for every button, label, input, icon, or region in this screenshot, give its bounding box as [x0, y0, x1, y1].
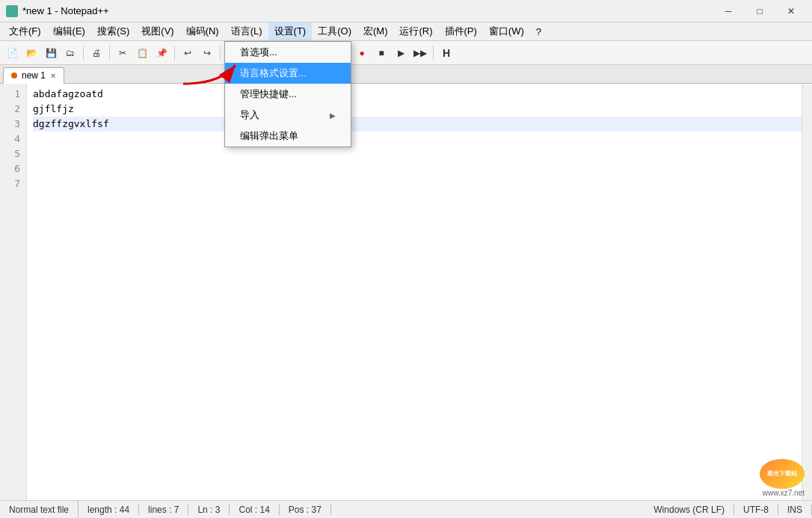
toolbar-sep4	[220, 46, 221, 61]
dropdown-item-label-style_config: 语言格式设置...	[240, 67, 307, 80]
line-numbers: 1234567	[0, 84, 27, 500]
menu-item-edit[interactable]: 编辑(E)	[47, 22, 91, 40]
toolbar-sep7	[433, 46, 434, 61]
line-number-7: 7	[6, 176, 20, 191]
menu-item-language[interactable]: 语言(L)	[225, 22, 268, 40]
titlebar-controls: ─ □ ✕	[713, 0, 806, 22]
status-line-ending: Windows (CR LF)	[645, 505, 734, 515]
watermark: 极光下载站 www.xz7.net	[760, 459, 805, 497]
menu-item-tools[interactable]: 工具(O)	[312, 22, 357, 40]
status-ins: INS	[778, 505, 812, 515]
line-number-4: 4	[6, 132, 20, 147]
toolbar-sep2	[109, 46, 110, 61]
line-number-2: 2	[6, 102, 20, 117]
dropdown-item-style_config[interactable]: 语言格式设置...	[225, 63, 351, 84]
toolbar-sep1	[83, 46, 84, 61]
dropdown-item-preferences[interactable]: 首选项...	[225, 42, 351, 63]
dropdown-item-label-edit_popup: 编辑弹出菜单	[240, 129, 298, 143]
editor-line-7	[33, 176, 806, 191]
editor-tab[interactable]: new 1 ✕	[3, 67, 64, 84]
minimize-button[interactable]: ─	[713, 0, 743, 22]
status-lines: lines : 7	[139, 505, 188, 515]
toolbar-open[interactable]: 📂	[22, 44, 40, 62]
tabbar: new 1 ✕	[0, 65, 812, 84]
statusbar: Normal text file length : 44 lines : 7 L…	[0, 500, 812, 518]
toolbar-cut[interactable]: ✂	[114, 44, 132, 62]
settings-dropdown: 首选项...语言格式设置...管理快捷键...导入▶编辑弹出菜单	[224, 41, 351, 147]
titlebar: *new 1 - Notepad++ ─ □ ✕	[0, 0, 812, 22]
editor-line-2: gjflfjz	[33, 102, 806, 117]
editor-line-6	[33, 161, 806, 176]
toolbar-paste[interactable]: 📌	[153, 44, 170, 62]
editor-container: 1234567 abdafagzoatdgjflfjzdgzffzgvxlfsf	[0, 84, 812, 500]
toolbar-saveall[interactable]: 🗂	[61, 44, 79, 62]
dropdown-item-label-shortcut_mgr: 管理快捷键...	[240, 87, 297, 101]
toolbar-heading[interactable]: H	[437, 44, 455, 62]
menu-item-file[interactable]: 文件(F)	[3, 22, 47, 40]
status-right: Windows (CR LF) UTF-8 INS	[645, 505, 812, 515]
toolbar-sep3	[174, 46, 175, 61]
dropdown-item-shortcut_mgr[interactable]: 管理快捷键...	[225, 84, 351, 105]
tab-label: new 1	[22, 70, 46, 81]
toolbar-save[interactable]: 💾	[42, 44, 60, 62]
menu-item-search[interactable]: 搜索(S)	[91, 22, 135, 40]
toolbar-new[interactable]: 📄	[3, 44, 21, 62]
dropdown-item-edit_popup[interactable]: 编辑弹出菜单	[225, 126, 351, 147]
line-number-6: 6	[6, 161, 20, 176]
editor-content[interactable]: abdafagzoatdgjflfjzdgzffzgvxlfsf	[27, 84, 812, 500]
close-button[interactable]: ✕	[776, 0, 806, 22]
editor-line-1: abdafagzoatd	[33, 87, 806, 102]
titlebar-title: *new 1 - Notepad++	[22, 5, 109, 16]
dropdown-item-label-preferences: 首选项...	[240, 46, 277, 59]
toolbar-print[interactable]: 🖨	[87, 44, 105, 62]
dropdown-submenu-arrow-import: ▶	[330, 111, 336, 120]
menu-item-macro[interactable]: 宏(M)	[357, 22, 394, 40]
dropdown-item-label-import: 导入	[240, 108, 259, 122]
toolbar-rec-start[interactable]: ●	[353, 44, 371, 62]
toolbar-undo[interactable]: ↩	[179, 44, 197, 62]
line-number-1: 1	[6, 87, 20, 102]
tab-close-button[interactable]: ✕	[50, 72, 56, 80]
toolbar-rec-stop[interactable]: ■	[372, 44, 390, 62]
line-number-3: 3	[6, 117, 20, 132]
status-file-type: Normal text file	[0, 501, 79, 518]
tab-modified-dot	[11, 73, 17, 78]
toolbar-rec-play[interactable]: ▶	[392, 44, 410, 62]
toolbar-copy[interactable]: 📋	[133, 44, 151, 62]
toolbar-redo[interactable]: ↪	[198, 44, 216, 62]
editor-line-3: dgzffzgvxlfsf	[33, 117, 806, 132]
app-icon	[6, 5, 18, 17]
editor-line-5	[33, 147, 806, 161]
toolbar-rec-save[interactable]: ▶▶	[411, 44, 429, 62]
editor-scrollbar[interactable]	[802, 84, 812, 500]
maximize-button[interactable]: □	[745, 0, 775, 22]
menu-item-settings[interactable]: 设置(T)	[268, 22, 313, 40]
menu-item-plugins[interactable]: 插件(P)	[439, 22, 483, 40]
status-ln: Ln : 3	[188, 505, 230, 515]
menu-item-encode[interactable]: 编码(N)	[180, 22, 225, 40]
watermark-logo: 极光下载站	[760, 459, 805, 489]
dropdown-item-import[interactable]: 导入▶	[225, 105, 351, 126]
watermark-site: www.xz7.net	[763, 489, 805, 497]
status-pos: Pos : 37	[280, 505, 331, 515]
status-mid: length : 44 lines : 7 Ln : 3 Col : 14 Po…	[79, 505, 645, 515]
status-col: Col : 14	[230, 505, 279, 515]
line-number-5: 5	[6, 147, 20, 161]
menubar: 文件(F)编辑(E)搜索(S)视图(V)编码(N)语言(L)设置(T)工具(O)…	[0, 22, 812, 41]
editor-line-4	[33, 132, 806, 147]
menu-item-run[interactable]: 运行(R)	[393, 22, 438, 40]
menu-item-view[interactable]: 视图(V)	[135, 22, 179, 40]
titlebar-left: *new 1 - Notepad++	[6, 5, 109, 17]
status-length: length : 44	[79, 505, 139, 515]
menu-item-window[interactable]: 窗口(W)	[483, 22, 530, 40]
menu-item-help[interactable]: ?	[530, 24, 547, 40]
status-encoding: UTF-8	[734, 505, 778, 515]
toolbar: 📄 📂 💾 🗂 🖨 ✂ 📋 📌 ↩ ↪ ⊞ ▶▶ ◀▶ ▷▷ ▷◁ ● ■ ▶ …	[0, 41, 812, 65]
